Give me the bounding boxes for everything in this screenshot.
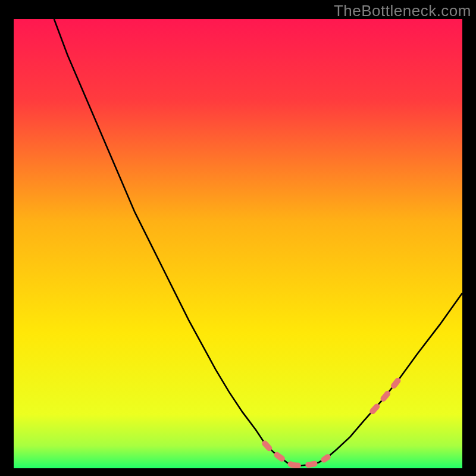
highlight-bottom (292, 457, 327, 465)
chart-container: TheBottleneck.com (0, 0, 476, 476)
curve-layer (14, 19, 462, 468)
bottleneck-curve (54, 19, 462, 465)
highlight-left (265, 443, 292, 464)
plot-area (14, 19, 462, 468)
highlight-right (372, 378, 399, 411)
watermark-text: TheBottleneck.com (334, 2, 471, 20)
